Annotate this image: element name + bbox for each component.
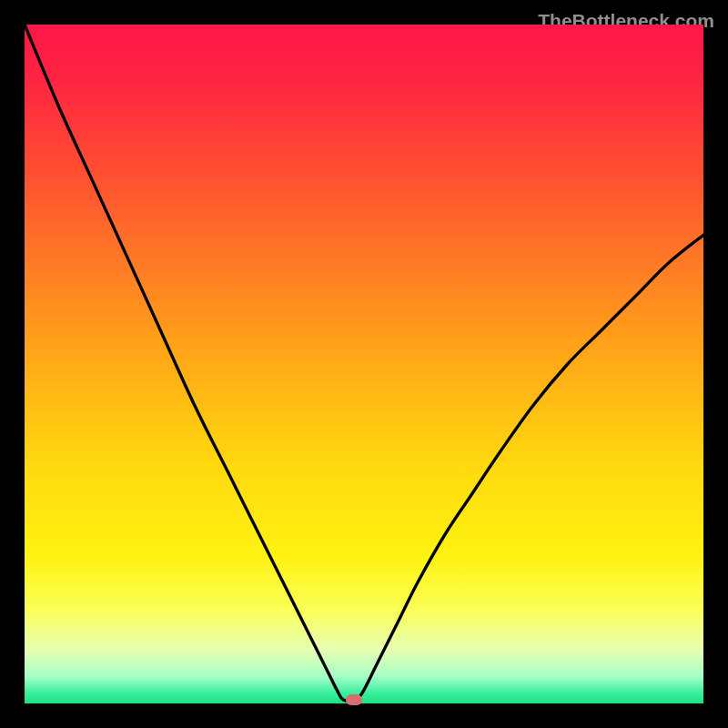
- bottleneck-curve: [25, 25, 703, 703]
- chart-frame: TheBottleneck.com: [14, 14, 714, 714]
- plot-area: [25, 25, 703, 703]
- optimum-marker: [346, 694, 362, 705]
